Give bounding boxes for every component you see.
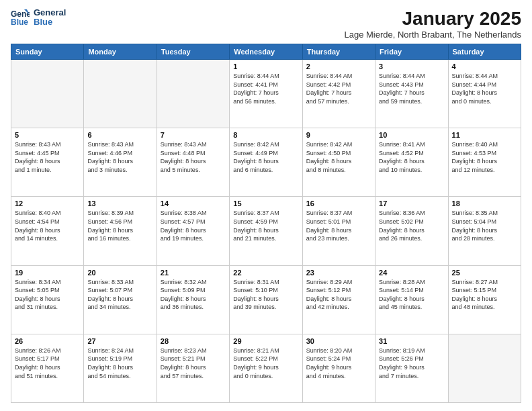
day-info: Sunrise: 8:32 AM Sunset: 5:09 PM Dayligh… — [161, 278, 226, 312]
calendar-cell — [448, 334, 521, 402]
calendar-cell: 1Sunrise: 8:44 AM Sunset: 4:41 PM Daylig… — [230, 60, 302, 128]
title-block: January 2025 Lage Mierde, North Brabant,… — [344, 8, 521, 40]
calendar-week-4: 26Sunrise: 8:26 AM Sunset: 5:17 PM Dayli… — [11, 334, 521, 402]
day-number: 11 — [452, 131, 517, 139]
calendar-cell: 23Sunrise: 8:29 AM Sunset: 5:12 PM Dayli… — [302, 265, 375, 334]
logo-icon: General Blue — [11, 8, 30, 27]
day-info: Sunrise: 8:38 AM Sunset: 4:57 PM Dayligh… — [161, 209, 226, 242]
calendar-cell: 4Sunrise: 8:44 AM Sunset: 4:44 PM Daylig… — [448, 60, 521, 128]
calendar-week-2: 12Sunrise: 8:40 AM Sunset: 4:54 PM Dayli… — [11, 197, 521, 265]
svg-text:Blue: Blue — [11, 17, 28, 27]
day-info: Sunrise: 8:37 AM Sunset: 4:59 PM Dayligh… — [233, 209, 298, 242]
subtitle: Lage Mierde, North Brabant, The Netherla… — [344, 30, 521, 40]
day-info: Sunrise: 8:33 AM Sunset: 5:07 PM Dayligh… — [87, 278, 152, 312]
calendar-cell: 27Sunrise: 8:24 AM Sunset: 5:19 PM Dayli… — [84, 334, 157, 402]
calendar-cell: 22Sunrise: 8:31 AM Sunset: 5:10 PM Dayli… — [230, 265, 302, 334]
calendar-cell: 16Sunrise: 8:37 AM Sunset: 5:01 PM Dayli… — [302, 197, 375, 265]
logo: General Blue General Blue — [11, 8, 66, 28]
calendar-cell: 3Sunrise: 8:44 AM Sunset: 4:43 PM Daylig… — [375, 60, 448, 128]
day-number: 3 — [379, 62, 444, 71]
day-info: Sunrise: 8:35 AM Sunset: 5:04 PM Dayligh… — [452, 209, 517, 242]
day-number: 30 — [306, 337, 371, 345]
day-info: Sunrise: 8:27 AM Sunset: 5:15 PM Dayligh… — [452, 278, 517, 312]
day-info: Sunrise: 8:39 AM Sunset: 4:56 PM Dayligh… — [87, 209, 152, 242]
calendar-cell: 11Sunrise: 8:40 AM Sunset: 4:53 PM Dayli… — [448, 128, 521, 197]
day-info: Sunrise: 8:24 AM Sunset: 5:19 PM Dayligh… — [87, 347, 152, 380]
calendar-header-tuesday: Tuesday — [157, 44, 229, 60]
calendar-cell: 2Sunrise: 8:44 AM Sunset: 4:42 PM Daylig… — [302, 60, 375, 128]
day-number: 13 — [87, 199, 152, 208]
calendar-cell: 20Sunrise: 8:33 AM Sunset: 5:07 PM Dayli… — [84, 265, 157, 334]
calendar-cell: 8Sunrise: 8:42 AM Sunset: 4:49 PM Daylig… — [230, 128, 302, 197]
calendar-header-row: SundayMondayTuesdayWednesdayThursdayFrid… — [11, 44, 521, 60]
day-number: 12 — [15, 199, 80, 208]
day-info: Sunrise: 8:31 AM Sunset: 5:10 PM Dayligh… — [233, 278, 298, 312]
day-number: 23 — [306, 269, 371, 277]
calendar-cell: 17Sunrise: 8:36 AM Sunset: 5:02 PM Dayli… — [375, 197, 448, 265]
calendar-cell: 9Sunrise: 8:42 AM Sunset: 4:50 PM Daylig… — [302, 128, 375, 197]
calendar-header-monday: Monday — [84, 44, 157, 60]
page: General Blue General Blue January 2025 L… — [0, 0, 532, 411]
calendar-cell: 7Sunrise: 8:43 AM Sunset: 4:48 PM Daylig… — [157, 128, 229, 197]
calendar-header-thursday: Thursday — [302, 44, 375, 60]
day-info: Sunrise: 8:28 AM Sunset: 5:14 PM Dayligh… — [379, 278, 444, 312]
day-info: Sunrise: 8:42 AM Sunset: 4:49 PM Dayligh… — [233, 140, 298, 174]
day-number: 28 — [161, 337, 226, 345]
day-info: Sunrise: 8:43 AM Sunset: 4:45 PM Dayligh… — [15, 140, 80, 174]
day-info: Sunrise: 8:23 AM Sunset: 5:21 PM Dayligh… — [161, 347, 226, 380]
day-number: 18 — [452, 199, 517, 208]
calendar-week-3: 19Sunrise: 8:34 AM Sunset: 5:05 PM Dayli… — [11, 265, 521, 334]
day-number: 6 — [87, 131, 152, 139]
header: General Blue General Blue January 2025 L… — [11, 8, 521, 40]
day-number: 25 — [452, 269, 517, 277]
day-info: Sunrise: 8:34 AM Sunset: 5:05 PM Dayligh… — [15, 278, 80, 312]
calendar-cell: 31Sunrise: 8:19 AM Sunset: 5:26 PM Dayli… — [375, 334, 448, 402]
calendar-week-1: 5Sunrise: 8:43 AM Sunset: 4:45 PM Daylig… — [11, 128, 521, 197]
day-number: 10 — [379, 131, 444, 139]
calendar-cell: 18Sunrise: 8:35 AM Sunset: 5:04 PM Dayli… — [448, 197, 521, 265]
day-number: 5 — [15, 131, 80, 139]
day-info: Sunrise: 8:20 AM Sunset: 5:24 PM Dayligh… — [306, 347, 371, 380]
day-number: 1 — [233, 62, 298, 71]
day-number: 21 — [161, 269, 226, 277]
day-info: Sunrise: 8:40 AM Sunset: 4:53 PM Dayligh… — [452, 140, 517, 174]
calendar-cell: 13Sunrise: 8:39 AM Sunset: 4:56 PM Dayli… — [84, 197, 157, 265]
calendar-cell: 28Sunrise: 8:23 AM Sunset: 5:21 PM Dayli… — [157, 334, 229, 402]
calendar-cell: 15Sunrise: 8:37 AM Sunset: 4:59 PM Dayli… — [230, 197, 302, 265]
calendar-cell: 26Sunrise: 8:26 AM Sunset: 5:17 PM Dayli… — [11, 334, 84, 402]
calendar-cell: 12Sunrise: 8:40 AM Sunset: 4:54 PM Dayli… — [11, 197, 84, 265]
day-info: Sunrise: 8:37 AM Sunset: 5:01 PM Dayligh… — [306, 209, 371, 242]
day-info: Sunrise: 8:44 AM Sunset: 4:43 PM Dayligh… — [379, 72, 444, 105]
calendar-cell: 25Sunrise: 8:27 AM Sunset: 5:15 PM Dayli… — [448, 265, 521, 334]
day-number: 15 — [233, 199, 298, 208]
day-number: 2 — [306, 62, 371, 71]
calendar-cell: 5Sunrise: 8:43 AM Sunset: 4:45 PM Daylig… — [11, 128, 84, 197]
day-info: Sunrise: 8:42 AM Sunset: 4:50 PM Dayligh… — [306, 140, 371, 174]
day-info: Sunrise: 8:43 AM Sunset: 4:48 PM Dayligh… — [161, 140, 226, 174]
calendar-cell — [84, 60, 157, 128]
day-number: 22 — [233, 269, 298, 277]
calendar-cell: 14Sunrise: 8:38 AM Sunset: 4:57 PM Dayli… — [157, 197, 229, 265]
day-info: Sunrise: 8:26 AM Sunset: 5:17 PM Dayligh… — [15, 347, 80, 380]
logo-text-blue: Blue — [34, 17, 66, 27]
day-number: 31 — [379, 337, 444, 345]
day-info: Sunrise: 8:40 AM Sunset: 4:54 PM Dayligh… — [15, 209, 80, 242]
day-number: 29 — [233, 337, 298, 345]
day-info: Sunrise: 8:29 AM Sunset: 5:12 PM Dayligh… — [306, 278, 371, 312]
calendar-cell: 21Sunrise: 8:32 AM Sunset: 5:09 PM Dayli… — [157, 265, 229, 334]
day-number: 14 — [161, 199, 226, 208]
day-number: 4 — [452, 62, 517, 71]
day-info: Sunrise: 8:19 AM Sunset: 5:26 PM Dayligh… — [379, 347, 444, 380]
calendar-cell — [11, 60, 84, 128]
calendar-cell: 30Sunrise: 8:20 AM Sunset: 5:24 PM Dayli… — [302, 334, 375, 402]
day-number: 9 — [306, 131, 371, 139]
day-number: 26 — [15, 337, 80, 345]
day-number: 16 — [306, 199, 371, 208]
day-number: 24 — [379, 269, 444, 277]
calendar-header-wednesday: Wednesday — [230, 44, 302, 60]
day-number: 20 — [87, 269, 152, 277]
day-number: 27 — [87, 337, 152, 345]
day-number: 7 — [161, 131, 226, 139]
calendar-cell — [157, 60, 229, 128]
day-info: Sunrise: 8:44 AM Sunset: 4:41 PM Dayligh… — [233, 72, 298, 105]
